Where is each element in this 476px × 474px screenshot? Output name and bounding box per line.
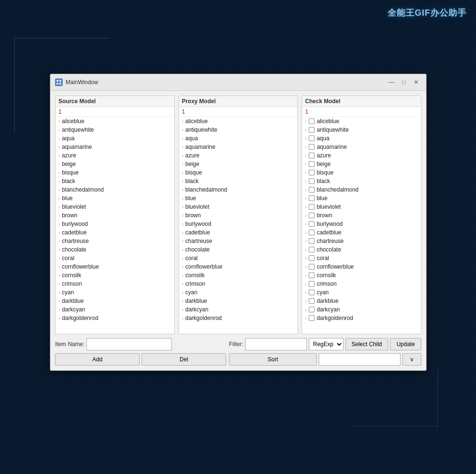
list-item-checkbox[interactable] xyxy=(309,230,314,235)
list-item[interactable]: ›cornflowerblue xyxy=(56,262,174,271)
list-item-checkbox[interactable] xyxy=(309,255,314,261)
list-item[interactable]: ›chartreuse xyxy=(302,237,421,245)
list-item[interactable]: ›antiquewhite xyxy=(302,126,421,134)
regexp-select[interactable]: RegExp xyxy=(309,338,343,350)
list-item[interactable]: ›aquamarine xyxy=(56,143,174,151)
list-item[interactable]: ›cyan xyxy=(56,288,174,297)
add-button[interactable]: Add xyxy=(55,353,140,366)
del-button[interactable]: Del xyxy=(142,353,226,366)
list-item[interactable]: ›antiquewhite xyxy=(56,126,174,134)
list-item[interactable]: ›antiquewhite xyxy=(179,126,298,134)
list-item[interactable]: ›cornsilk xyxy=(179,271,298,280)
list-item[interactable]: ›aquamarine xyxy=(179,143,298,151)
list-item-checkbox[interactable] xyxy=(309,195,314,201)
list-item[interactable]: ›beige xyxy=(56,160,174,168)
list-item[interactable]: ›bisque xyxy=(56,168,174,177)
list-item[interactable]: ›burlywood xyxy=(179,220,298,228)
list-item[interactable]: ›azure xyxy=(56,151,174,160)
list-item-checkbox[interactable] xyxy=(309,264,314,270)
list-item-checkbox[interactable] xyxy=(309,127,314,133)
list-item-checkbox[interactable] xyxy=(309,170,314,175)
list-item[interactable]: ›blanchedalmond xyxy=(56,185,174,194)
list-item-checkbox[interactable] xyxy=(309,144,314,150)
list-item-checkbox[interactable] xyxy=(309,247,314,252)
list-item[interactable]: ›cornsilk xyxy=(302,271,421,280)
list-item-checkbox[interactable] xyxy=(309,290,314,295)
list-item[interactable]: ›cornsilk xyxy=(56,271,174,280)
list-item[interactable]: ›burlywood xyxy=(302,220,421,228)
list-item[interactable]: ›chocolate xyxy=(302,245,421,254)
list-item-checkbox[interactable] xyxy=(309,204,314,210)
list-item-checkbox[interactable] xyxy=(309,221,314,227)
list-item[interactable]: ›black xyxy=(179,177,298,185)
list-item[interactable]: ›aliceblue xyxy=(56,117,174,126)
list-item[interactable]: ›black xyxy=(56,177,174,185)
list-item[interactable]: ›crimson xyxy=(179,280,298,288)
list-item[interactable]: ›darkcyan xyxy=(302,305,421,314)
list-item[interactable]: ›cadetblue xyxy=(179,228,298,237)
list-item[interactable]: ›darkgoldenrod xyxy=(56,314,174,322)
item-name-input[interactable] xyxy=(86,338,172,350)
minimize-button[interactable]: — xyxy=(386,77,397,87)
list-item[interactable]: ›cyan xyxy=(302,288,421,297)
list-item[interactable]: ›blueviolet xyxy=(302,203,421,211)
list-item-checkbox[interactable] xyxy=(309,213,314,218)
list-item-checkbox[interactable] xyxy=(309,161,314,167)
sort-button[interactable]: Sort xyxy=(229,353,317,366)
list-item-checkbox[interactable] xyxy=(309,238,314,244)
list-item[interactable]: ›chartreuse xyxy=(56,237,174,245)
source-model-list[interactable]: ›aliceblue›antiquewhite›aqua›aquamarine›… xyxy=(56,117,174,334)
list-item-checkbox[interactable] xyxy=(309,272,314,278)
list-item[interactable]: ›darkcyan xyxy=(179,305,298,314)
list-item[interactable]: ›blueviolet xyxy=(179,203,298,211)
close-button[interactable]: ✕ xyxy=(411,77,421,87)
list-item-checkbox[interactable] xyxy=(309,118,314,124)
select-child-button[interactable]: Select Child xyxy=(345,338,388,350)
list-item[interactable]: ›aliceblue xyxy=(302,117,421,126)
list-item[interactable]: ›crimson xyxy=(56,280,174,288)
v-button[interactable]: v xyxy=(402,353,421,366)
list-item[interactable]: ›black xyxy=(302,177,421,185)
list-item[interactable]: ›cornflowerblue xyxy=(179,262,298,271)
list-item-checkbox[interactable] xyxy=(309,315,314,321)
list-item[interactable]: ›bisque xyxy=(179,168,298,177)
list-item[interactable]: ›coral xyxy=(179,254,298,262)
list-item[interactable]: ›coral xyxy=(56,254,174,262)
list-item[interactable]: ›chocolate xyxy=(56,245,174,254)
list-item[interactable]: ›darkgoldenrod xyxy=(179,314,298,322)
list-item[interactable]: ›darkblue xyxy=(302,297,421,305)
list-item[interactable]: ›darkgoldenrod xyxy=(302,314,421,322)
list-item-checkbox[interactable] xyxy=(309,187,314,193)
list-item[interactable]: ›cornflowerblue xyxy=(302,262,421,271)
list-item[interactable]: ›beige xyxy=(179,160,298,168)
list-item[interactable]: ›blue xyxy=(56,194,174,203)
maximize-button[interactable]: □ xyxy=(399,77,409,87)
list-item[interactable]: ›coral xyxy=(302,254,421,262)
list-item[interactable]: ›aqua xyxy=(302,134,421,143)
list-item[interactable]: ›blue xyxy=(302,194,421,203)
list-item[interactable]: ›chocolate xyxy=(179,245,298,254)
list-item[interactable]: ›aquamarine xyxy=(302,143,421,151)
list-item[interactable]: ›aqua xyxy=(56,134,174,143)
filter-input[interactable] xyxy=(245,338,307,350)
list-item-checkbox[interactable] xyxy=(309,135,314,141)
check-model-list[interactable]: ›aliceblue›antiquewhite›aqua›aquamarine›… xyxy=(302,117,421,334)
list-item[interactable]: ›beige xyxy=(302,160,421,168)
list-item[interactable]: ›cadetblue xyxy=(56,228,174,237)
list-item-checkbox[interactable] xyxy=(309,307,314,312)
list-item-checkbox[interactable] xyxy=(309,178,314,184)
list-item[interactable]: ›darkcyan xyxy=(56,305,174,314)
list-item[interactable]: ›blanchedalmond xyxy=(302,185,421,194)
extra-input[interactable] xyxy=(319,353,401,366)
list-item[interactable]: ›blanchedalmond xyxy=(179,185,298,194)
proxy-model-list[interactable]: ›aliceblue›antiquewhite›aqua›aquamarine›… xyxy=(179,117,298,334)
list-item[interactable]: ›cadetblue xyxy=(302,228,421,237)
list-item[interactable]: ›azure xyxy=(179,151,298,160)
list-item[interactable]: ›brown xyxy=(56,211,174,220)
list-item-checkbox[interactable] xyxy=(309,281,314,287)
list-item[interactable]: ›aliceblue xyxy=(179,117,298,126)
list-item[interactable]: ›brown xyxy=(302,211,421,220)
list-item[interactable]: ›blue xyxy=(179,194,298,203)
list-item-checkbox[interactable] xyxy=(309,298,314,304)
list-item[interactable]: ›azure xyxy=(302,151,421,160)
